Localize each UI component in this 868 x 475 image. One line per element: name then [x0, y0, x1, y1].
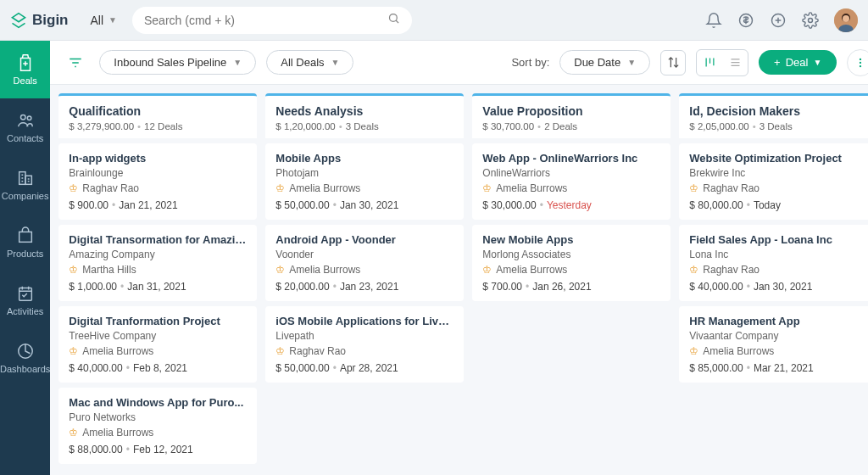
sidebar-item-activities[interactable]: Activities — [0, 271, 50, 329]
column-meta: $ 2,05,000.00•3 Deals — [689, 121, 867, 131]
deal-company: Vivaantar Company — [689, 330, 867, 342]
deal-card[interactable]: Digital Tranformation Project TreeHive C… — [58, 306, 257, 383]
activities-icon — [16, 284, 35, 303]
deal-title: Field Sales App - Loana Inc — [689, 233, 867, 246]
column-header[interactable]: Needs Analysis$ 1,20,000.00•3 Deals — [265, 93, 464, 138]
deal-title: New Mobile Apps — [482, 233, 660, 246]
deal-footer: $ 20,000.00•Jan 23, 2021 — [275, 281, 453, 293]
filter-icon[interactable] — [62, 49, 89, 76]
deal-owner: ♔Amelia Burrows — [69, 427, 247, 439]
pipeline-dropdown[interactable]: Inbound Sales Pipeline▼ — [99, 50, 256, 75]
deal-owner: ♔Raghav Rao — [689, 264, 867, 276]
svg-point-3 — [809, 18, 813, 22]
companies-icon — [16, 169, 35, 187]
deal-company: Livepath — [275, 330, 453, 342]
deal-card[interactable]: Website Optimization Project Brekwire In… — [679, 143, 868, 220]
sort-direction-icon[interactable] — [660, 50, 686, 75]
search-input[interactable] — [144, 14, 387, 27]
deal-company: Puro Networks — [69, 411, 247, 423]
sort-by-label: Sort by: — [511, 56, 549, 69]
svg-point-16 — [860, 61, 861, 63]
deal-card[interactable]: Digital Transormation for Amazin... Amaz… — [58, 225, 257, 301]
sidebar-label: Deals — [14, 75, 37, 86]
svg-point-15 — [860, 58, 861, 59]
deal-title: Web App - OnlineWarriors Inc — [482, 152, 660, 165]
deal-owner: ♔Amelia Burrows — [482, 182, 660, 194]
deal-title: HR Management App — [689, 315, 867, 327]
sidebar-label: Dashboards — [0, 364, 50, 374]
deal-card[interactable]: Web App - OnlineWarriors Inc OnlineWarri… — [472, 143, 670, 220]
deal-card[interactable]: HR Management App Vivaantar Company ♔Ame… — [679, 306, 868, 383]
deal-card[interactable]: Android App - Voonder Voonder ♔Amelia Bu… — [265, 225, 464, 301]
list-view-icon[interactable] — [722, 50, 748, 75]
deal-owner: ♔Amelia Burrows — [69, 345, 247, 357]
deal-card[interactable]: New Mobile Apps Morlong Associates ♔Amel… — [472, 225, 670, 301]
crown-icon: ♔ — [689, 264, 698, 276]
chevron-down-icon: ▼ — [233, 58, 242, 67]
new-deal-button[interactable]: +Deal▼ — [759, 50, 837, 75]
bell-icon[interactable] — [705, 12, 722, 29]
sort-dropdown[interactable]: Due Date▼ — [559, 50, 650, 75]
deal-title: Mac and Windows App for Puro... — [69, 396, 247, 409]
deal-card[interactable]: Mac and Windows App for Puro... Puro Net… — [58, 388, 257, 464]
column-meta: $ 1,20,000.00•3 Deals — [275, 121, 453, 131]
sidebar-label: Contacts — [7, 133, 43, 143]
deal-owner: ♔Amelia Burrows — [689, 345, 867, 357]
search-bar[interactable] — [132, 7, 412, 34]
deals-filter-dropdown[interactable]: All Deals▼ — [266, 50, 353, 75]
deal-footer: $ 700.00•Jan 26, 2021 — [482, 281, 660, 293]
currency-icon[interactable] — [737, 12, 754, 29]
sidebar-item-contacts[interactable]: Contacts — [0, 98, 50, 156]
column-header[interactable]: Qualification$ 3,279,900.00•12 Deals — [58, 93, 257, 138]
gear-icon[interactable] — [802, 12, 819, 29]
crown-icon: ♔ — [275, 345, 285, 357]
deal-card[interactable]: iOS Mobile Applications for Livep... Liv… — [265, 306, 464, 383]
deals-icon — [16, 53, 35, 72]
deal-card[interactable]: Mobile Apps Photojam ♔Amelia Burrows $ 5… — [265, 143, 464, 220]
cards-container: Website Optimization Project Brekwire In… — [679, 143, 868, 383]
more-menu-icon[interactable] — [847, 49, 868, 76]
contacts-icon — [16, 111, 35, 130]
logo-icon — [10, 12, 27, 29]
deal-owner: ♔Amelia Burrows — [275, 182, 453, 194]
column-header[interactable]: Value Proposition$ 30,700.00•2 Deals — [472, 93, 670, 138]
deal-footer: $ 30,000.00•Yesterday — [482, 199, 660, 211]
deal-title: Mobile Apps — [275, 152, 453, 165]
sidebar-label: Activities — [7, 306, 43, 316]
deal-title: iOS Mobile Applications for Livep... — [275, 315, 453, 327]
chevron-down-icon: ▼ — [108, 15, 117, 25]
deal-company: Photojam — [275, 167, 453, 179]
column-title: Qualification — [69, 104, 247, 118]
crown-icon: ♔ — [69, 345, 78, 357]
deal-company: TreeHive Company — [69, 330, 247, 342]
deal-owner: ♔Raghav Rao — [69, 182, 247, 194]
sidebar: Deals Contacts Companies Products Activi… — [0, 41, 50, 475]
kanban-column: Id, Decision Makers$ 2,05,000.00•3 Deals… — [679, 93, 868, 467]
brand-logo[interactable]: Bigin — [10, 12, 69, 29]
user-avatar[interactable] — [834, 8, 858, 32]
plus-circle-icon[interactable] — [770, 12, 787, 29]
sidebar-item-companies[interactable]: Companies — [0, 156, 50, 214]
deal-btn-label: Deal — [786, 56, 809, 69]
deal-owner: ♔Amelia Burrows — [275, 264, 453, 276]
sidebar-item-dashboards[interactable]: Dashboards — [0, 329, 50, 387]
kanban-view-icon[interactable] — [697, 50, 722, 75]
column-header[interactable]: Id, Decision Makers$ 2,05,000.00•3 Deals — [679, 93, 868, 138]
crown-icon: ♔ — [69, 427, 78, 439]
module-dropdown-label: All — [91, 14, 104, 27]
deal-owner: ♔Martha Hills — [69, 264, 247, 276]
chevron-down-icon: ▼ — [813, 58, 821, 67]
kanban-column: Value Proposition$ 30,700.00•2 DealsWeb … — [472, 93, 670, 467]
sidebar-item-products[interactable]: Products — [0, 214, 50, 271]
module-dropdown[interactable]: All ▼ — [82, 8, 125, 32]
chevron-down-icon: ▼ — [627, 58, 636, 67]
column-meta: $ 3,279,900.00•12 Deals — [69, 121, 247, 131]
crown-icon: ♔ — [482, 264, 492, 276]
svg-point-7 — [843, 15, 849, 22]
column-title: Id, Decision Makers — [689, 104, 867, 118]
deal-card[interactable]: Field Sales App - Loana Inc Lona Inc ♔Ra… — [679, 225, 868, 301]
column-meta: $ 30,700.00•2 Deals — [482, 121, 660, 131]
deal-footer: $ 900.00•Jan 21, 2021 — [69, 199, 247, 211]
sidebar-item-deals[interactable]: Deals — [0, 41, 50, 98]
deal-card[interactable]: In-app widgets Brainlounge ♔Raghav Rao $… — [58, 143, 257, 220]
